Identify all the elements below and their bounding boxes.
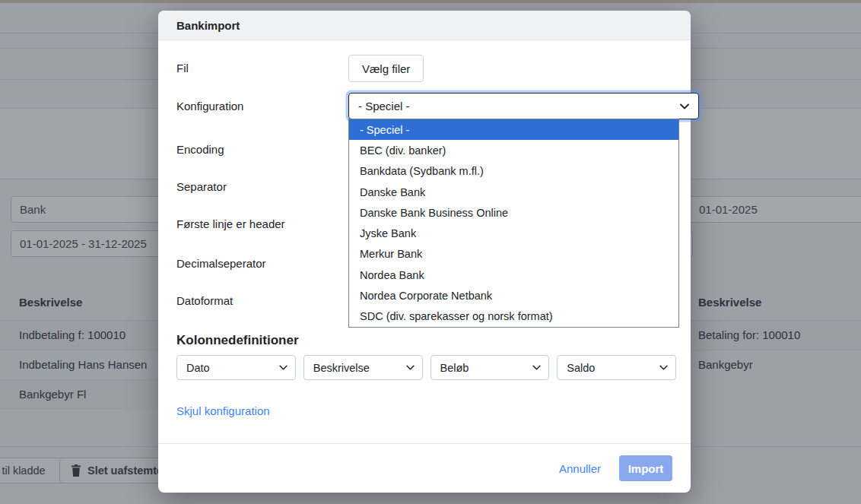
configuration-select-value: - Speciel - [358,100,410,113]
choose-files-button[interactable]: Vælg filer [348,55,424,82]
column-definitions-row: Dato Beskrivelse Beløb Saldo [176,355,676,380]
dropdown-option[interactable]: Jyske Bank [349,223,678,243]
encoding-label: Encoding [176,143,224,156]
chevron-down-icon [279,365,288,370]
separator-label: Separator [176,180,227,193]
dropdown-option[interactable]: Merkur Bank [349,244,678,265]
column-select-amount-value: Beløb [440,362,469,374]
modal-footer: Annuller Import [158,443,691,493]
date-format-label: Datoformat [176,294,233,307]
file-label: Fil [176,62,189,74]
column-select-date[interactable]: Dato [176,355,296,380]
chevron-down-icon [659,365,668,370]
import-button[interactable]: Import [619,455,672,481]
column-select-description[interactable]: Beskrivelse [303,355,423,380]
column-definitions-heading: Kolonnedefinitioner [176,333,299,348]
chevron-down-icon [406,365,415,370]
dropdown-option[interactable]: - Speciel - [349,119,678,140]
decimal-separator-label: Decimalseperator [176,257,266,270]
configuration-dropdown-list: - Speciel - BEC (div. banker) Bankdata (… [348,119,679,328]
screen: Bank 01-01-2025 - 31-12-2025 01-01-2025 … [0,0,861,504]
dropdown-option[interactable]: Danske Bank Business Online [349,202,678,223]
column-select-description-value: Beskrivelse [313,362,370,374]
dropdown-option[interactable]: Nordea Bank [349,265,678,285]
modal-header: Bankimport [158,11,691,40]
dropdown-option[interactable]: BEC (div. banker) [349,140,678,160]
choose-files-label: Vælg filer [362,62,410,75]
hide-configuration-link[interactable]: Skjul konfiguration [176,404,270,417]
chevron-down-icon [532,365,541,370]
configuration-label: Konfiguration [176,100,243,113]
first-line-header-label: Første linje er header [176,217,285,230]
configuration-select[interactable]: - Speciel - [348,93,699,119]
column-select-amount[interactable]: Beløb [430,355,550,380]
dropdown-option[interactable]: Bankdata (Sydbank m.fl.) [349,161,678,182]
bankimport-modal: Bankimport Fil Vælg filer Konfiguration … [158,11,691,493]
modal-title: Bankimport [176,19,240,32]
column-select-date-value: Dato [186,362,210,374]
dropdown-option[interactable]: SDC (div. sparekasser og norsk format) [349,306,678,327]
column-select-balance-value: Saldo [567,362,595,374]
cancel-button[interactable]: Annuller [559,462,601,475]
dropdown-option[interactable]: Danske Bank [349,182,678,202]
dropdown-option[interactable]: Nordea Corporate Netbank [349,285,678,306]
column-select-balance[interactable]: Saldo [557,355,676,380]
chevron-down-icon [680,103,689,109]
